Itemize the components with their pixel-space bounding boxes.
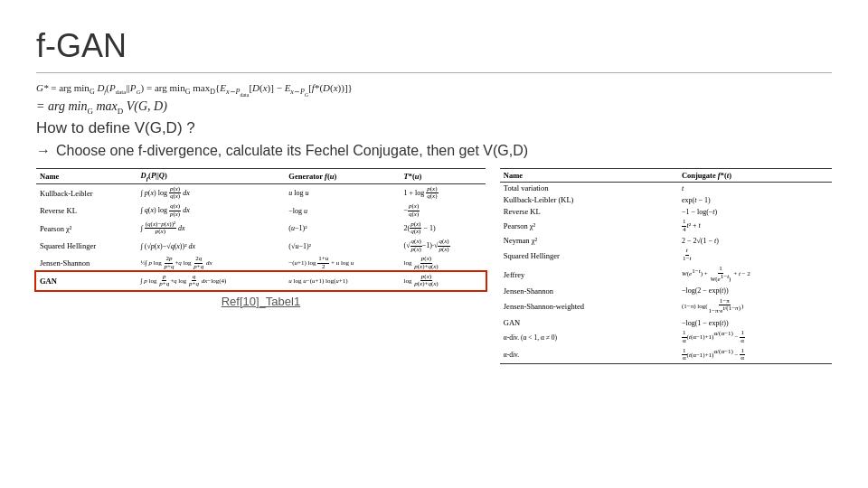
row-gen-gan: u log u−(u+1) log(u+1) <box>285 272 400 290</box>
right-row-name: α-div. <box>500 346 678 364</box>
table-row: Kullback-Leibler ∫ p(x) log p(x)q(x) dx … <box>36 184 486 202</box>
row-gen: −log u <box>285 202 400 220</box>
formula-line1: G* = arg minG Df(Pdata||PG) = arg minG m… <box>36 82 832 98</box>
row-name-gan: GAN <box>36 272 137 290</box>
slide-title: f-GAN <box>36 27 832 65</box>
right-row-conj: 1α(t(α−1)+1)α/(α−1) − 1α <box>678 329 832 346</box>
right-row-conj: 2 − 2√(1 − t) <box>678 235 832 247</box>
row-df: ∫ p(x) log p(x)q(x) dx <box>137 184 286 202</box>
right-row-conj: (1−π) log(1−π1−π·et/(1−π)) <box>678 296 832 317</box>
row-gen: −(u+1) log 1+u2 + u log u <box>285 255 400 272</box>
right-row-conj: −log(1 − exp(t)) <box>678 317 832 329</box>
row-name: Kullback-Leibler <box>36 184 137 202</box>
col-header-df: Df(P||Q) <box>137 168 286 184</box>
row-name: Jensen-Shannon <box>36 255 137 272</box>
row-tstar: 1 + log p(x)q(x) <box>400 184 485 202</box>
table-row: Reverse KL ∫ q(x) log q(x)p(x) dx −log u… <box>36 202 486 220</box>
table-row: Jeffrey W(e1−t) + 1W(e1−t) + t − 2 <box>500 264 832 285</box>
right-row-name: Kullback-Leibler (KL) <box>500 194 678 206</box>
row-gen: u log u <box>285 184 400 202</box>
right-row-name: α-div. (α < 1, α ≠ 0) <box>500 329 678 346</box>
right-row-name: Squared Hellinger <box>500 247 678 264</box>
formula-line2: = arg minG maxD V(G, D) <box>36 99 832 116</box>
row-name: Reverse KL <box>36 202 137 220</box>
row-df: ∫ (√p(x)−√q(x))² dx <box>137 237 286 254</box>
right-col-name: Name <box>500 168 678 182</box>
arrow-item: → Choose one f-divergence, calculate its… <box>36 143 832 159</box>
row-df: ½∫ p log 2pp+q+q log 2qp+q dx <box>137 255 286 272</box>
right-row-name: Jensen-Shannon-weighted <box>500 296 678 317</box>
left-table-container: Name Df(P||Q) Generator f(u) T*(u) Kullb… <box>36 168 486 308</box>
right-row-conj: t1−t <box>678 247 832 264</box>
table-row: GAN −log(1 − exp(t)) <box>500 317 832 329</box>
table-row: Pearson χ² 14t² + t <box>500 218 832 235</box>
right-row-name: Neyman χ² <box>500 235 678 247</box>
row-tstar: −p(x)q(x) <box>400 202 485 220</box>
right-row-conj: 14t² + t <box>678 218 832 235</box>
table-row-gan: GAN ∫ p log pp+q+q log qp+q dx−log(4) u … <box>36 272 486 290</box>
table-row: α-div. (α < 1, α ≠ 0) 1α(t(α−1)+1)α/(α−1… <box>500 329 832 346</box>
right-row-name: Reverse KL <box>500 206 678 218</box>
row-tstar-gan: log p(x)p(x)+q(x) <box>400 272 485 290</box>
left-table: Name Df(P||Q) Generator f(u) T*(u) Kullb… <box>36 168 486 291</box>
table-row: Reverse KL −1 − log(−t) <box>500 206 832 218</box>
row-df-gan: ∫ p log pp+q+q log qp+q dx−log(4) <box>137 272 286 290</box>
table-row: Squared Hellinger ∫ (√p(x)−√q(x))² dx (√… <box>36 237 486 254</box>
right-row-conj: exp(t − 1) <box>678 194 832 206</box>
title-divider <box>36 72 832 73</box>
arrow-text: Choose one f-divergence, calculate its F… <box>56 143 528 159</box>
col-header-name: Name <box>36 168 137 184</box>
row-gen-pearson: (u−1)² <box>285 220 400 237</box>
table-row: Squared Hellinger t1−t <box>500 247 832 264</box>
right-row-conj: W(e1−t) + 1W(e1−t) + t − 2 <box>678 264 832 285</box>
row-tstar-pearson: 2(p(x)q(x) − 1) <box>400 220 485 237</box>
table-row: Jensen-Shannon-weighted (1−π) log(1−π1−π… <box>500 296 832 317</box>
table-row: Neyman χ² 2 − 2√(1 − t) <box>500 235 832 247</box>
right-row-name: Jensen-Shannon <box>500 285 678 296</box>
right-row-conj: −1 − log(−t) <box>678 206 832 218</box>
right-row-conj: −log(2 − exp(t)) <box>678 285 832 296</box>
right-table: Name Conjugate f*(t) Total variation t K… <box>500 168 832 365</box>
arrow-icon: → <box>36 143 51 159</box>
row-df-pearson: ∫ (q(x)−p(x))²p(x) dx <box>137 220 286 237</box>
slide: f-GAN G* = arg minG Df(Pdata||PG) = arg … <box>0 0 868 488</box>
row-name-pearson: Pearson χ² <box>36 220 137 237</box>
table-row: Total variation t <box>500 182 832 194</box>
table-row: Jensen-Shannon −log(2 − exp(t)) <box>500 285 832 296</box>
table-row: Jensen-Shannon ½∫ p log 2pp+q+q log 2qp+… <box>36 255 486 272</box>
right-row-name: Total variation <box>500 182 678 194</box>
right-row-name: GAN <box>500 317 678 329</box>
table-row: Kullback-Leibler (KL) exp(t − 1) <box>500 194 832 206</box>
right-row-name: Pearson χ² <box>500 218 678 235</box>
table-row: α-div. 1α(t(α−1)+1)α/(α−1) − 1α <box>500 346 832 364</box>
how-to-text: How to define V(G,D) ? <box>36 119 832 137</box>
col-header-tstar: T*(u) <box>400 168 485 184</box>
right-row-conj: 1α(t(α−1)+1)α/(α−1) − 1α <box>678 346 832 364</box>
ref-label: Ref[10]_Tabel1 <box>36 295 486 308</box>
row-name: Squared Hellinger <box>36 237 137 254</box>
row-gen: (√u−1)² <box>285 237 400 254</box>
right-table-wrap: Name Conjugate f*(t) Total variation t K… <box>500 168 832 365</box>
row-df: ∫ q(x) log q(x)p(x) dx <box>137 202 286 220</box>
right-col-conj: Conjugate f*(t) <box>678 168 832 182</box>
table-row-pearson: Pearson χ² ∫ (q(x)−p(x))²p(x) dx (u−1)² … <box>36 220 486 237</box>
left-table-wrap: Name Df(P||Q) Generator f(u) T*(u) Kullb… <box>36 168 486 365</box>
tables-section: Name Df(P||Q) Generator f(u) T*(u) Kullb… <box>36 168 832 365</box>
col-header-gen: Generator f(u) <box>285 168 400 184</box>
right-row-name: Jeffrey <box>500 264 678 285</box>
row-tstar: (√q(x)p(x)−1)·√q(x)p(x) <box>400 237 485 254</box>
row-tstar: log p(x)p(x)+q(x) <box>400 255 485 272</box>
right-row-conj: t <box>678 182 832 194</box>
